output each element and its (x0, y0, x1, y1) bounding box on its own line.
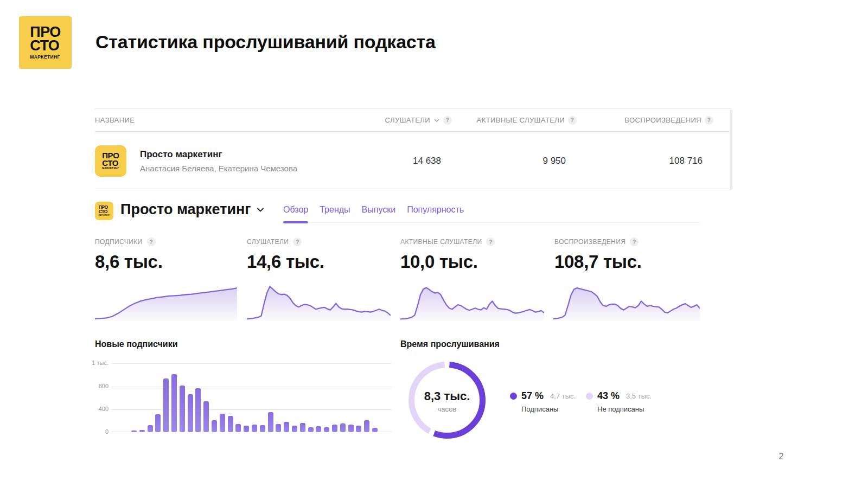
y-tick: 800 (71, 383, 108, 389)
stat-card-plays: ВОСПРОИЗВЕДЕНИЯ ? 108,7 тыс. (554, 237, 642, 272)
bar (364, 420, 369, 432)
column-header-listeners[interactable]: СЛУШАТЕЛИ ? (357, 116, 452, 125)
stat-value: 10,0 тыс. (400, 252, 495, 272)
bar (260, 425, 265, 432)
y-tick: 0 (71, 428, 108, 435)
help-icon[interactable]: ? (568, 116, 577, 125)
column-header-label: АКТИВНЫЕ СЛУШАТЕЛИ (477, 116, 565, 124)
brand-logo-text: СТО (30, 39, 59, 53)
podcast-info: Просто маркетинг Анастасия Беляева, Екат… (140, 149, 297, 173)
y-tick: 1 тыс. (71, 359, 108, 366)
stat-card-subscribers: ПОДПИСЧИКИ ? 8,6 тыс. (95, 237, 163, 272)
bar (356, 426, 361, 432)
brand-logo-subtext: МАРКЕТИНГ (102, 167, 119, 170)
table-row[interactable]: ПРО СТО МАРКЕТИНГ Просто маркетинг Анаст… (95, 132, 731, 190)
brand-logo-text: СТО (99, 210, 107, 214)
bar (300, 423, 305, 432)
legend-dot (586, 393, 593, 400)
legend-subscribed: 57 % 4,7 тыс. Подписаны (510, 390, 576, 413)
bar (324, 427, 329, 432)
donut-center-value: 8,3 тыс. (404, 389, 490, 403)
legend-label: Подписаны (521, 405, 576, 413)
podcast-selector-title: Просто маркетинг (120, 201, 251, 218)
bar (292, 426, 297, 432)
stat-value: 14,6 тыс. (247, 252, 324, 272)
bar (252, 425, 257, 432)
help-icon[interactable]: ? (293, 237, 302, 246)
brand-logo-text: СТО (102, 159, 118, 167)
bar (180, 386, 185, 432)
bar (171, 374, 177, 432)
plays-value: 108 716 (577, 156, 713, 166)
podcast-cell: ПРО СТО МАРКЕТИНГ Просто маркетинг Анаст… (95, 145, 357, 177)
brand-logo: ПРО СТО МАРКЕТИНГ (19, 16, 72, 69)
bar (131, 431, 137, 432)
bars (131, 363, 392, 432)
bar (195, 388, 201, 432)
brand-logo-subtext: МАРКЕТИНГ (99, 214, 110, 216)
active-listeners-value: 9 950 (452, 156, 577, 166)
help-icon[interactable]: ? (630, 237, 639, 246)
column-header-label: СЛУШАТЕЛИ (385, 116, 430, 124)
bar (348, 425, 354, 432)
help-icon[interactable]: ? (705, 116, 713, 125)
legend-amount: 4,7 тыс. (550, 392, 576, 400)
tab-popularity[interactable]: Популярность (407, 205, 464, 215)
bar (220, 414, 225, 432)
legend-percent: 43 % (597, 390, 620, 402)
tab-trends[interactable]: Тренды (320, 205, 350, 215)
stat-label: ВОСПРОИЗВЕДЕНИЯ (554, 238, 626, 246)
bar (268, 412, 273, 432)
stat-card-active-listeners: АКТИВНЫЕ СЛУШАТЕЛИ ? 10,0 тыс. (400, 237, 495, 272)
column-header-plays: ВОСПРОИЗВЕДЕНИЯ ? (577, 116, 713, 125)
stat-card-listeners: СЛУШАТЕЛИ ? 14,6 тыс. (247, 237, 324, 272)
bar-chart-title: Новые подписчики (95, 339, 178, 349)
page-title: Статистика прослушиваний подкаста (95, 31, 436, 53)
stat-label: ПОДПИСЧИКИ (95, 238, 143, 246)
help-icon[interactable]: ? (147, 237, 156, 246)
podcast-table: НАЗВАНИЕ СЛУШАТЕЛИ ? АКТИВНЫЕ СЛУШАТЕЛИ … (95, 108, 731, 190)
table-header: НАЗВАНИЕ СЛУШАТЕЛИ ? АКТИВНЫЕ СЛУШАТЕЛИ … (95, 108, 731, 132)
podcast-selector[interactable]: Просто маркетинг (120, 201, 265, 218)
bar (203, 401, 209, 432)
legend-amount: 3,5 тыс. (626, 392, 652, 400)
legend-percent: 57 % (521, 390, 544, 402)
y-tick: 400 (71, 406, 108, 412)
bar (372, 428, 378, 432)
podcast-selector-cover: ПРО СТО МАРКЕТИНГ (95, 202, 113, 220)
bar (316, 426, 321, 432)
stat-value: 108,7 тыс. (554, 252, 642, 272)
column-header-label: ВОСПРОИЗВЕДЕНИЯ (624, 116, 701, 124)
bar (284, 422, 289, 432)
stat-label: АКТИВНЫЕ СЛУШАТЕЛИ (400, 238, 482, 246)
bar (155, 414, 161, 432)
stat-label: СЛУШАТЕЛИ (247, 238, 289, 246)
help-icon[interactable]: ? (486, 237, 495, 246)
bar (244, 426, 249, 432)
legend-unsubscribed: 43 % 3,5 тыс. Не подписаны (586, 390, 652, 413)
sparkline-plays (553, 281, 700, 322)
bar (235, 424, 241, 432)
podcast-cover: ПРО СТО МАРКЕТИНГ (95, 145, 126, 177)
table-scrollbar[interactable] (730, 110, 732, 190)
help-icon[interactable]: ? (443, 116, 452, 125)
bar (228, 416, 233, 432)
bar (148, 425, 153, 432)
donut-chart-title: Время прослушивания (400, 339, 500, 349)
slide: ПРО СТО МАРКЕТИНГ Статистика прослушиван… (0, 0, 868, 488)
bar (163, 378, 169, 432)
bar (276, 424, 281, 432)
bar (139, 430, 145, 432)
sparkline-active-listeners (400, 281, 544, 322)
podcast-authors: Анастасия Беляева, Екатерина Чемезова (140, 164, 297, 173)
bar (212, 420, 217, 432)
tab-episodes[interactable]: Выпуски (362, 205, 396, 215)
page-number: 2 (773, 452, 789, 461)
legend-dot (510, 393, 517, 400)
tab-overview[interactable]: Обзор (283, 205, 308, 215)
sparkline-listeners (247, 281, 391, 322)
tab-bar: Обзор Тренды Выпуски Популярность (283, 205, 700, 223)
column-header-active-listeners: АКТИВНЫЕ СЛУШАТЕЛИ ? (452, 116, 577, 125)
bar (188, 394, 193, 432)
bar (308, 427, 314, 432)
